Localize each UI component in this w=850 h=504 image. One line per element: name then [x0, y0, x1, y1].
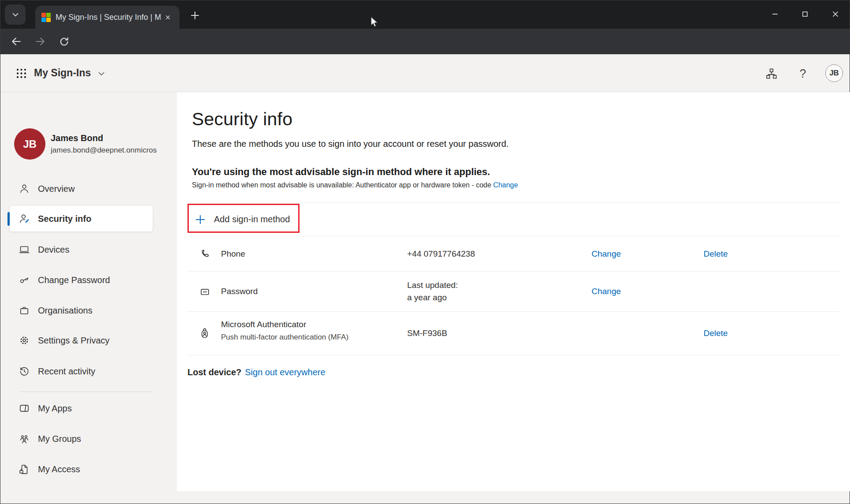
- method-name: Password: [221, 287, 258, 296]
- method-row-phone: Phone +44 07917764238 Change Delete: [187, 236, 840, 271]
- method-row-password: Password Last updated: a year ago Change: [187, 271, 840, 311]
- reload-icon: [59, 36, 70, 47]
- microsoft-favicon-icon: [41, 13, 51, 22]
- sidebar-item-my-groups[interactable]: My Groups: [10, 426, 153, 452]
- sidebar-item-label: Recent activity: [38, 366, 95, 377]
- password-change-link[interactable]: Change: [592, 287, 621, 296]
- organization-switcher-button[interactable]: [764, 66, 779, 82]
- browser-toolbar: mysignins.microsoft.com/security-info In…: [0, 29, 850, 54]
- sidebar-item-my-apps[interactable]: My Apps: [10, 396, 153, 421]
- phone-delete-link[interactable]: Delete: [704, 249, 728, 259]
- browser-tab[interactable]: My Sign-Ins | Security Info | Mic: [35, 6, 180, 29]
- sidebar-item-recent-activity[interactable]: Recent activity: [10, 358, 153, 384]
- tab-title: My Sign-Ins | Security Info | Mic: [56, 13, 161, 22]
- org-hierarchy-icon: [765, 67, 778, 80]
- forward-arrow-icon: [34, 36, 46, 47]
- avatar: JB: [14, 128, 45, 160]
- chevron-down-icon: [97, 69, 106, 78]
- sign-in-methods-table: Add sign-in method Phone +44 07917764238…: [187, 202, 840, 355]
- sidebar-item-label: Security info: [38, 214, 91, 224]
- document-lock-icon: [19, 463, 30, 475]
- sidebar-item-label: Overview: [38, 184, 75, 194]
- authenticator-delete-link[interactable]: Delete: [704, 329, 728, 338]
- sidebar-divider: [19, 392, 152, 392]
- tab-close-button[interactable]: [162, 11, 173, 23]
- person-icon: [19, 183, 30, 194]
- phone-icon: [198, 248, 211, 260]
- key-icon: [19, 274, 30, 286]
- sidebar-item-overview[interactable]: Overview: [10, 176, 153, 202]
- authenticator-icon: [198, 327, 211, 340]
- advisory-change-link[interactable]: Change: [493, 181, 518, 189]
- account-avatar[interactable]: JB: [825, 64, 843, 82]
- add-sign-in-method-button[interactable]: Add sign-in method: [187, 203, 840, 236]
- tab-search-button[interactable]: [5, 4, 26, 25]
- method-name: Phone: [221, 249, 245, 259]
- password-updated-label: Last updated:: [407, 279, 458, 291]
- advisory-detail: Sign-in method when most advisable is un…: [192, 181, 518, 189]
- sidebar-item-settings-privacy[interactable]: Settings & Privacy: [10, 328, 153, 353]
- user-email: james.bond@deepnet.onmicros: [51, 146, 164, 155]
- app-title-dropdown[interactable]: [97, 69, 106, 78]
- password-updated-ago: a year ago: [407, 291, 458, 304]
- lost-device-label: Lost device?: [187, 367, 241, 377]
- close-icon: [831, 10, 840, 19]
- main-content: Security info These are the methods you …: [177, 92, 850, 491]
- method-value: Last updated: a year ago: [407, 279, 458, 304]
- back-arrow-icon: [11, 36, 22, 47]
- phone-change-link[interactable]: Change: [592, 249, 621, 259]
- waffle-icon: [15, 67, 27, 79]
- page-title: Security info: [192, 109, 292, 130]
- sidebar-item-label: Change Password: [38, 275, 110, 285]
- minimize-button[interactable]: [764, 3, 786, 25]
- method-value: +44 07917764238: [407, 248, 475, 260]
- apps-icon: [19, 403, 30, 414]
- sidebar-item-label: Devices: [38, 245, 69, 255]
- sidebar-item-label: Organisations: [38, 306, 92, 316]
- back-button[interactable]: [7, 32, 26, 51]
- briefcase-icon: [19, 305, 30, 316]
- sidebar-item-my-access[interactable]: My Access: [10, 456, 153, 482]
- plus-icon: [190, 10, 200, 21]
- app-title[interactable]: My Sign-Ins: [34, 67, 91, 79]
- maximize-icon: [801, 10, 809, 19]
- app-launcher-button[interactable]: [9, 61, 33, 85]
- add-sign-in-method-label: Add sign-in method: [214, 214, 290, 224]
- browser-window: My Sign-Ins | Security Info | Mic: [0, 0, 850, 504]
- laptop-icon: [19, 244, 30, 255]
- maximize-button[interactable]: [794, 3, 816, 25]
- sidebar-item-label: My Groups: [38, 434, 81, 444]
- help-button[interactable]: ?: [795, 66, 811, 82]
- sidebar-item-label: Settings & Privacy: [38, 336, 109, 346]
- gear-icon: [19, 335, 30, 346]
- page-subtitle: These are the methods you use to sign in…: [192, 139, 509, 149]
- question-mark-icon: ?: [799, 67, 806, 81]
- method-row-authenticator: Microsoft Authenticator Push multi-facto…: [187, 311, 840, 355]
- method-subtitle: Push multi-factor authentication (MFA): [221, 333, 348, 342]
- user-name: James Bond: [51, 133, 103, 143]
- people-group-icon: [19, 433, 30, 444]
- forward-button[interactable]: [30, 32, 50, 51]
- minimize-icon: [771, 10, 779, 19]
- sidebar-item-organisations[interactable]: Organisations: [10, 298, 153, 323]
- history-clock-icon: [19, 366, 30, 377]
- advisory-detail-text: Sign-in method when most advisable is un…: [192, 181, 491, 189]
- plus-icon: [194, 213, 206, 226]
- lost-device-row: Lost device?Sign out everywhere: [187, 367, 326, 377]
- close-window-button[interactable]: [824, 3, 846, 25]
- sidebar-item-change-password[interactable]: Change Password: [10, 267, 153, 293]
- person-edit-icon: [19, 213, 30, 224]
- password-icon: [198, 285, 211, 298]
- sign-out-everywhere-link[interactable]: Sign out everywhere: [245, 367, 325, 377]
- method-value: SM-F936B: [407, 327, 447, 340]
- close-icon: [165, 14, 171, 21]
- new-tab-button[interactable]: [186, 7, 204, 24]
- app-header: My Sign-Ins ? JB: [0, 54, 850, 92]
- sidebar-item-security-info[interactable]: Security info: [10, 206, 153, 231]
- sidebar-item-devices[interactable]: Devices: [10, 237, 153, 262]
- tab-strip: My Sign-Ins | Security Info | Mic: [0, 0, 850, 29]
- reload-button[interactable]: [54, 32, 74, 51]
- method-name: Microsoft Authenticator: [221, 320, 306, 329]
- advisory-headline: You're using the most advisable sign-in …: [192, 166, 490, 178]
- chevron-down-icon: [11, 10, 20, 19]
